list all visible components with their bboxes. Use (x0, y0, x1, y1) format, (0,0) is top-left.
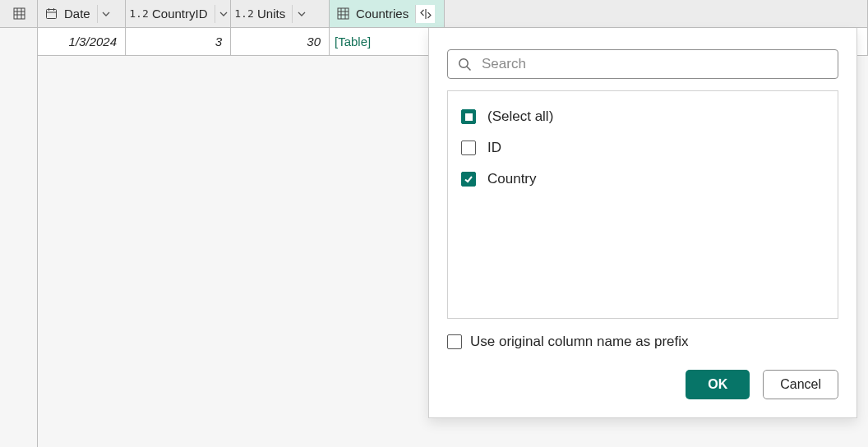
cell-countryid[interactable]: 3 (126, 28, 231, 56)
expand-column-button[interactable] (415, 5, 435, 23)
svg-rect-5 (46, 10, 56, 19)
chevron-down-icon (102, 10, 110, 18)
search-input[interactable] (480, 55, 828, 73)
number-icon: 1.2 (236, 7, 252, 20)
column-header-units[interactable]: 1.2 Units (231, 0, 330, 28)
option-select-all[interactable]: (Select all) (461, 101, 824, 132)
cancel-button[interactable]: Cancel (763, 370, 838, 399)
search-field[interactable] (447, 49, 838, 79)
panel-buttons: OK Cancel (447, 370, 838, 399)
checkbox-unchecked[interactable] (447, 334, 462, 349)
option-label: (Select all) (487, 108, 553, 125)
option-country[interactable]: Country (461, 164, 824, 195)
column-header-countries[interactable]: Countries (330, 0, 445, 28)
svg-point-15 (459, 58, 468, 67)
svg-rect-9 (338, 8, 349, 19)
option-label: ID (487, 140, 501, 156)
column-filter-button[interactable] (292, 5, 310, 23)
cell-units[interactable]: 30 (231, 28, 330, 56)
table-icon (335, 7, 351, 20)
prefix-checkbox-row[interactable]: Use original column name as prefix (447, 334, 838, 350)
column-name: CountryID (152, 7, 210, 21)
chevron-down-icon (298, 10, 306, 18)
header-row: Date 1.2 CountryID 1.2 Units (0, 0, 868, 28)
expand-icon (419, 8, 432, 20)
column-header-date[interactable]: Date (38, 0, 126, 28)
svg-rect-0 (14, 8, 25, 19)
chevron-down-icon (219, 10, 228, 18)
column-filter-button[interactable] (215, 5, 233, 23)
cell-countries[interactable]: [Table] (330, 28, 445, 56)
checkbox-checked[interactable] (461, 172, 476, 187)
column-filter-button[interactable] (97, 5, 115, 23)
prefix-label: Use original column name as prefix (470, 334, 689, 350)
table-icon (12, 7, 28, 20)
column-name: Units (257, 7, 287, 21)
column-select-list: (Select all) ID Country (447, 90, 838, 319)
row-selector-header[interactable] (0, 0, 38, 28)
column-header-countryid[interactable]: 1.2 CountryID (126, 0, 231, 28)
calendar-icon (43, 7, 59, 20)
search-icon (458, 58, 472, 71)
header-filler (445, 0, 868, 28)
ok-button[interactable]: OK (686, 370, 750, 399)
checkbox-unchecked[interactable] (461, 141, 476, 155)
column-name: Date (64, 7, 92, 21)
option-id[interactable]: ID (461, 132, 824, 164)
svg-line-16 (467, 67, 471, 71)
option-label: Country (487, 171, 537, 187)
checkbox-mixed[interactable] (461, 109, 476, 124)
number-icon: 1.2 (131, 7, 147, 20)
expand-column-panel: (Select all) ID Country Use original col… (428, 28, 857, 418)
cell-date[interactable]: 1/3/2024 (38, 28, 126, 56)
column-name: Countries (356, 7, 410, 21)
